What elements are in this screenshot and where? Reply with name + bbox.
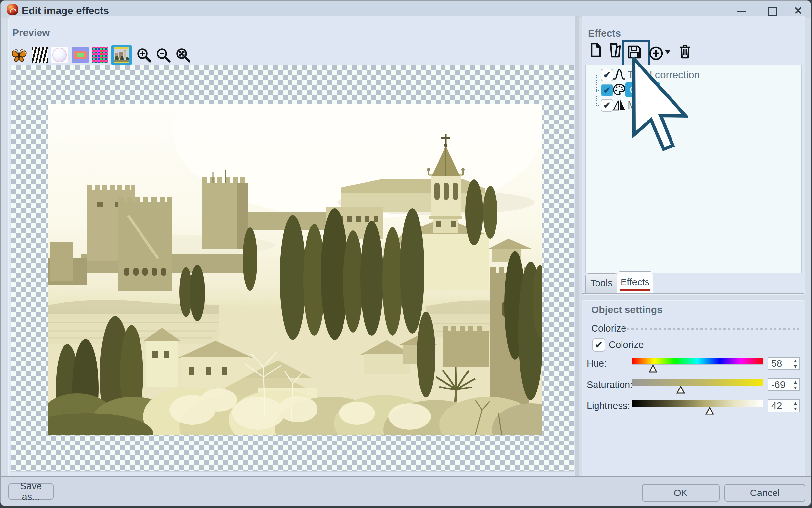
hue-slider-marker[interactable] [649, 365, 657, 373]
frame-icon [74, 51, 87, 59]
butterfly-icon [11, 47, 27, 63]
toolbar-separator [133, 46, 133, 65]
preview-image [48, 104, 542, 435]
lightness-slider-marker[interactable] [705, 407, 714, 415]
tab-effects-label: Effects [621, 277, 650, 288]
current-image-icon [113, 47, 129, 63]
hue-value-field[interactable]: 58 ▲▼ [768, 357, 800, 370]
lightness-value: 42 [771, 400, 782, 411]
effects-label: Effects [588, 28, 621, 39]
lightness-spin-down-icon[interactable]: ▼ [793, 407, 798, 411]
dialog-title: Edit image effects [22, 5, 109, 17]
saturation-value: -69 [771, 379, 785, 390]
add-effect-dropdown-icon[interactable] [665, 50, 671, 54]
zoom-out-icon[interactable] [156, 47, 172, 63]
lightness-label: Lightness: [587, 400, 630, 411]
zoom-in-icon[interactable] [136, 47, 152, 63]
butterfly-sample-thumbnail[interactable] [11, 47, 27, 63]
new-effect-icon[interactable] [588, 42, 604, 58]
effect-checkbox-mirror[interactable]: ✔ [601, 99, 613, 112]
zebra-sample-thumbnail[interactable] [32, 47, 48, 63]
section-divider [627, 328, 802, 330]
effect-checkbox-tonal-correction[interactable]: ✔ [601, 69, 613, 81]
bubble-icon [52, 48, 67, 62]
object-settings-label: Object settings [591, 304, 663, 315]
saturation-spin-up-icon[interactable]: ▲ [793, 380, 798, 384]
effect-checkbox-colorize[interactable]: ✔ [601, 84, 613, 96]
frame-sample-thumbnail[interactable] [72, 47, 89, 63]
hue-spin-up-icon[interactable]: ▲ [793, 359, 798, 363]
tree-connector [596, 105, 600, 106]
tree-connector [596, 90, 600, 90]
tab-tools[interactable]: Tools [585, 273, 618, 293]
palette-icon [613, 83, 626, 96]
saturation-label: Saturation: [587, 379, 633, 390]
effects-panel-divider [582, 293, 804, 294]
tab-tools-label: Tools [590, 278, 613, 289]
close-icon[interactable]: ✕ [794, 4, 803, 17]
cancel-button[interactable]: Cancel [724, 484, 805, 502]
zoom-fit-icon[interactable] [175, 47, 191, 63]
ok-button[interactable]: OK [642, 484, 720, 502]
save-as-button[interactable]: Save as... [8, 483, 54, 500]
curve-icon [613, 68, 626, 81]
saturation-value-field[interactable]: -69 ▲▼ [768, 378, 800, 391]
hue-value: 58 [771, 358, 782, 369]
hue-slider-track[interactable] [632, 357, 763, 365]
mirror-icon [613, 98, 626, 111]
open-effect-icon[interactable] [607, 42, 623, 58]
minimize-icon[interactable] [737, 11, 746, 12]
saturation-slider-marker[interactable] [676, 386, 685, 394]
rgb-grid-sample-thumbnail[interactable] [92, 47, 108, 63]
colorize-section-label: Colorize [591, 323, 626, 334]
hue-spin-down-icon[interactable]: ▼ [793, 365, 798, 369]
maximize-icon[interactable] [768, 7, 777, 16]
saturation-slider-track[interactable] [632, 379, 763, 386]
current-image-thumbnail-selected[interactable] [111, 45, 132, 66]
tab-effects[interactable]: Effects [617, 271, 653, 293]
panel-splitter[interactable] [575, 16, 579, 477]
tree-connector [596, 75, 600, 75]
colorize-checkbox-label: Colorize [609, 339, 643, 350]
app-icon [7, 4, 18, 15]
delete-effect-icon[interactable] [677, 43, 693, 59]
mouse-cursor [632, 57, 688, 152]
hue-label: Hue: [587, 358, 607, 369]
saturation-spin-down-icon[interactable]: ▼ [793, 385, 798, 390]
lightness-spin-up-icon[interactable]: ▲ [793, 401, 798, 405]
colorize-checkbox[interactable]: ✔ [592, 338, 605, 352]
preview-label: Preview [12, 27, 50, 38]
lightness-slider-track[interactable] [632, 400, 763, 407]
lightness-value-field[interactable]: 42 ▲▼ [768, 399, 800, 412]
bubble-sample-thumbnail[interactable] [51, 47, 68, 63]
